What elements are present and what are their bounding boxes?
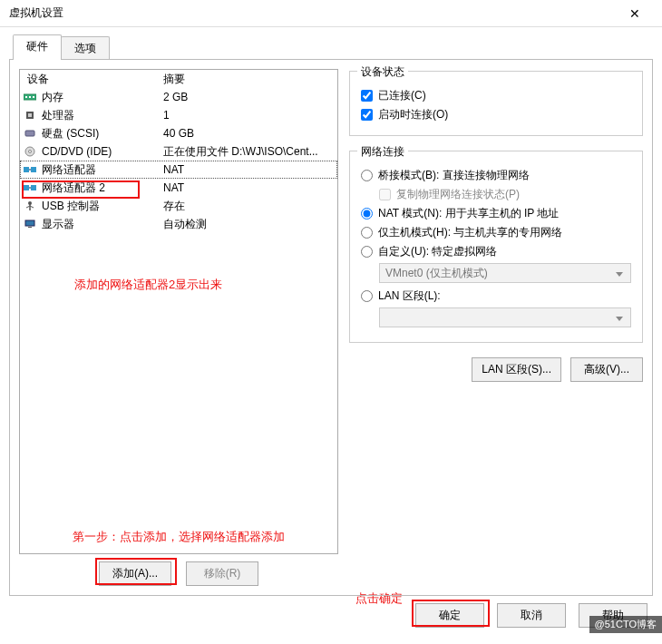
svg-rect-19 <box>25 220 34 226</box>
tab-body: 设备 摘要 内存2 GB处理器1硬盘 (SCSI)40 GBCD/DVD (ID… <box>9 59 653 596</box>
dialog-content: 硬件 选项 设备 摘要 内存2 GB处理器1硬盘 (SCSI)40 GBCD/D… <box>0 27 662 644</box>
device-row[interactable]: 网络适配器NAT <box>20 161 337 179</box>
radio-custom-input[interactable] <box>361 246 373 258</box>
device-summary: 40 GB <box>163 127 334 140</box>
svg-rect-2 <box>29 96 31 98</box>
window-title: 虚拟机设置 <box>9 5 617 21</box>
add-button-label: 添加(A)... <box>112 567 158 580</box>
device-row[interactable]: 内存2 GB <box>20 88 337 106</box>
watermark: @51CTO博客 <box>589 616 662 633</box>
checkbox-replicate-label: 复制物理网络连接状态(P) <box>396 187 520 202</box>
radio-lan-segment-label: LAN 区段(L): <box>378 288 441 304</box>
checkbox-connect-on-start-input[interactable] <box>361 109 373 121</box>
group-device-status: 设备状态 已连接(C) 启动时连接(O) <box>349 71 643 136</box>
col-summary: 摘要 <box>163 72 334 87</box>
device-summary: 自动检测 <box>163 217 334 232</box>
right-buttons-row: LAN 区段(S)... 高级(V)... <box>349 357 643 382</box>
left-column: 设备 摘要 内存2 GB处理器1硬盘 (SCSI)40 GBCD/DVD (ID… <box>19 69 338 586</box>
device-summary: NAT <box>163 163 334 176</box>
remove-button[interactable]: 移除(R) <box>186 561 258 586</box>
device-list-header: 设备 摘要 <box>20 70 337 88</box>
tab-strip: 硬件 选项 <box>13 34 653 60</box>
device-row[interactable]: 显示器自动检测 <box>20 215 337 233</box>
lan-segments-button[interactable]: LAN 区段(S)... <box>472 357 561 382</box>
svg-rect-20 <box>28 227 32 228</box>
svg-rect-1 <box>25 96 27 98</box>
device-row[interactable]: CD/DVD (IDE)正在使用文件 D:\WJ\ISO\Cent... <box>20 142 337 161</box>
radio-hostonly[interactable]: 仅主机模式(H): 与主机共享的专用网络 <box>361 225 631 240</box>
checkbox-connect-on-start-label: 启动时连接(O) <box>378 107 448 122</box>
svg-rect-5 <box>28 113 32 117</box>
net-icon <box>24 182 36 193</box>
checkbox-connected-label: 已连接(C) <box>378 88 426 103</box>
device-name: 内存 <box>42 90 63 105</box>
tab-options[interactable]: 选项 <box>61 36 110 60</box>
device-summary: 正在使用文件 D:\WJ\ISO\Cent... <box>163 144 334 160</box>
device-summary: 存在 <box>163 199 334 214</box>
device-name: 网络适配器 <box>42 162 96 178</box>
svg-rect-10 <box>31 167 36 172</box>
combo-custom-vnet[interactable]: VMnet0 (仅主机模式) <box>379 263 631 283</box>
usb-icon <box>24 200 36 211</box>
checkbox-connected[interactable]: 已连接(C) <box>361 88 631 103</box>
add-button[interactable]: 添加(A)... <box>99 561 171 586</box>
device-row[interactable]: 网络适配器 2NAT <box>20 179 337 197</box>
dialog-buttons: 点击确定 确定 取消 帮助 <box>9 596 653 635</box>
radio-lan-segment[interactable]: LAN 区段(L): <box>361 288 631 304</box>
group-network-connection-title: 网络连接 <box>357 144 408 160</box>
cpu-icon <box>24 110 36 121</box>
disk-icon <box>24 128 36 139</box>
device-name: CD/DVD (IDE) <box>42 145 112 158</box>
device-row[interactable]: 硬盘 (SCSI)40 GB <box>20 124 337 142</box>
radio-nat[interactable]: NAT 模式(N): 用于共享主机的 IP 地址 <box>361 206 631 221</box>
checkbox-connected-input[interactable] <box>361 90 373 102</box>
annotation-text-step1: 第一步：点击添加，选择网络适配器添加 <box>73 529 285 545</box>
radio-custom[interactable]: 自定义(U): 特定虚拟网络 <box>361 244 631 259</box>
tab-hardware[interactable]: 硬件 <box>13 34 62 60</box>
right-column: 设备状态 已连接(C) 启动时连接(O) 网络连接 桥接模式(B): 直接连接物… <box>349 69 643 586</box>
radio-custom-label: 自定义(U): 特定虚拟网络 <box>378 244 497 259</box>
device-summary: 1 <box>163 109 334 122</box>
svg-rect-6 <box>25 131 34 136</box>
radio-bridged-input[interactable] <box>361 170 373 181</box>
display-icon <box>24 219 36 229</box>
device-name: 网络适配器 2 <box>42 181 105 196</box>
group-network-connection: 网络连接 桥接模式(B): 直接连接物理网络 复制物理网络连接状态(P) NAT… <box>349 151 643 343</box>
device-row[interactable]: 处理器1 <box>20 106 337 124</box>
cd-icon <box>24 146 36 157</box>
radio-hostonly-label: 仅主机模式(H): 与主机共享的专用网络 <box>378 225 562 240</box>
group-device-status-title: 设备状态 <box>357 64 408 80</box>
svg-rect-3 <box>33 96 34 98</box>
device-list[interactable]: 设备 摘要 内存2 GB处理器1硬盘 (SCSI)40 GBCD/DVD (ID… <box>19 69 338 554</box>
device-name: 处理器 <box>42 108 74 123</box>
device-summary: NAT <box>163 181 334 194</box>
radio-hostonly-input[interactable] <box>361 227 373 239</box>
checkbox-replicate: 复制物理网络连接状态(P) <box>379 187 631 202</box>
device-name: 硬盘 (SCSI) <box>42 126 99 141</box>
svg-rect-9 <box>24 167 29 172</box>
advanced-button[interactable]: 高级(V)... <box>570 357 643 382</box>
checkbox-replicate-input <box>379 189 391 200</box>
radio-lan-segment-input[interactable] <box>361 290 373 302</box>
titlebar: 虚拟机设置 ✕ <box>0 0 662 27</box>
device-row[interactable]: USB 控制器存在 <box>20 197 337 215</box>
svg-point-8 <box>29 151 32 153</box>
svg-rect-12 <box>24 185 29 190</box>
radio-nat-label: NAT 模式(N): 用于共享主机的 IP 地址 <box>378 206 559 221</box>
cancel-button[interactable]: 取消 <box>497 603 566 628</box>
ok-button[interactable]: 确定 <box>415 603 484 628</box>
net-icon <box>24 164 36 175</box>
close-icon[interactable]: ✕ <box>617 6 653 21</box>
svg-rect-13 <box>31 185 36 190</box>
radio-bridged[interactable]: 桥接模式(B): 直接连接物理网络 <box>361 168 631 183</box>
annotation-text-adapter2: 添加的网络适配器2显示出来 <box>74 277 222 293</box>
radio-bridged-label: 桥接模式(B): 直接连接物理网络 <box>378 168 530 183</box>
checkbox-connect-on-start[interactable]: 启动时连接(O) <box>361 107 631 122</box>
device-name: 显示器 <box>42 217 74 232</box>
combo-lan-segment[interactable] <box>379 307 631 327</box>
radio-nat-input[interactable] <box>361 208 373 220</box>
memory-icon <box>24 92 36 102</box>
device-summary: 2 GB <box>163 91 334 103</box>
device-name: USB 控制器 <box>42 199 100 214</box>
col-device: 设备 <box>24 72 163 87</box>
